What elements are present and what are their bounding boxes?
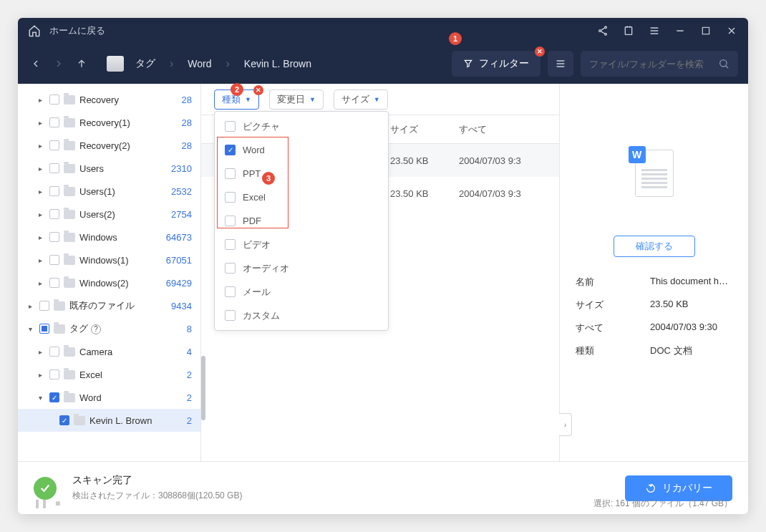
col-date-header[interactable]: すべて [459,123,559,136]
filter-label: フィルター [479,57,529,70]
folder-icon [64,256,75,265]
home-icon[interactable] [28,24,41,37]
share-icon[interactable] [596,24,609,37]
folder-icon [74,416,85,425]
selection-info: 選択: 161 個のファイル（1.47 GB） [593,498,732,510]
home-label[interactable]: ホームに戻る [49,24,105,37]
svg-rect-4 [702,27,709,34]
tree-row[interactable]: ▸既存のファイル9434 [18,294,200,317]
type-option-audio[interactable]: オーディオ [215,256,388,280]
tree-row[interactable]: ▸Windows(1)67051 [18,248,200,271]
maximize-icon[interactable] [699,24,712,37]
close-icon[interactable] [725,24,738,37]
file-list-pane: 2 種類▼ ✕ 変更日▼ サイズ▼ ピクチャ ✓Word PPT Excel P… [201,84,559,461]
svg-point-1 [599,30,601,32]
folder-icon [54,301,65,311]
doc-preview-icon: W [635,150,674,197]
list-view-button[interactable] [548,51,573,77]
forward-button[interactable] [51,56,67,72]
details-pane: W 確認する 名前This document h… サイズ23.50 KB すべ… [559,84,748,461]
type-option-mail[interactable]: メール [215,280,388,304]
folder-icon [64,95,75,105]
folder-icon [64,233,75,242]
meta-name-val: This document h… [650,276,732,289]
expand-handle[interactable]: › [559,413,572,436]
search-icon[interactable] [718,58,729,69]
disk-icon [107,56,124,72]
folder-icon [64,393,75,402]
back-button[interactable] [28,56,44,72]
tree-row[interactable]: ▸Recovery(1)28 [18,111,200,134]
up-button[interactable] [74,56,89,72]
folder-icon [64,210,75,219]
scan-status-title: スキャン完了 [72,474,242,487]
annotation-badge-3: 3 [262,172,275,185]
chevron-right-icon: › [226,57,230,70]
folder-icon [64,164,75,173]
tree-row[interactable]: ▸Recovery28 [18,88,200,111]
annotation-badge-1: 1 [449,32,462,45]
type-option-word[interactable]: ✓Word [215,138,388,162]
folder-icon [64,370,75,379]
tree-row[interactable]: ▸Windows64673 [18,226,200,248]
col-size-header[interactable]: サイズ [390,123,459,136]
tree-row-kevin[interactable]: ✓Kevin L. Brown2 [18,409,200,432]
type-option-ppt[interactable]: PPT [215,162,388,185]
meta-type-key: 種類 [576,344,650,357]
meta-date-key: すべて [576,321,650,334]
stop-icon[interactable]: ■ [55,498,60,508]
scrollbar-handle[interactable] [201,356,205,420]
breadcrumb-tag[interactable]: タグ [135,57,155,70]
confirm-button[interactable]: 確認する [614,236,695,257]
chevron-right-icon: › [170,57,173,70]
sidebar[interactable]: ▸Recovery28 ▸Recovery(1)28 ▸Recovery(2)2… [18,84,201,461]
type-dropdown-popup: ピクチャ ✓Word PPT Excel PDF ビデオ オーディオ メール カ… [214,111,389,331]
breadcrumb-person[interactable]: Kevin L. Brown [244,58,311,69]
scan-status-detail: 検出されたファイル：308868個(120.50 GB) [72,490,242,502]
search-input-wrap[interactable] [581,51,738,77]
tree-row[interactable]: ▸Excel2 [18,363,200,386]
type-filter-dropdown[interactable]: 2 種類▼ ✕ [214,90,259,110]
type-option-picture[interactable]: ピクチャ [215,115,388,138]
tree-row[interactable]: ▸Users(1)2532 [18,180,200,203]
tree-row[interactable]: ▸Windows(2)69429 [18,271,200,294]
tree-row[interactable]: ▸Camera4 [18,340,200,363]
folder-icon [64,141,75,150]
meta-size-key: サイズ [576,299,650,311]
svg-point-2 [605,33,607,35]
type-option-excel[interactable]: Excel [215,185,388,209]
tree-row[interactable]: ▸Recovery(2)28 [18,134,200,157]
date-filter-dropdown[interactable]: 変更日▼ [269,90,324,110]
tree-row-word[interactable]: ▾✓Word2 [18,386,200,409]
meta-name-key: 名前 [576,276,650,289]
folder-icon [64,187,75,196]
folder-icon [64,347,75,357]
status-success-icon [34,477,57,500]
help-icon[interactable]: ? [91,324,101,334]
svg-rect-3 [625,27,631,35]
search-input[interactable] [589,59,718,69]
pin-icon[interactable] [622,24,635,37]
type-option-custom[interactable]: カスタム [215,304,388,327]
pause-icon[interactable]: ❚❚ [34,498,48,508]
svg-point-0 [605,26,607,29]
type-option-pdf[interactable]: PDF [215,209,388,233]
tree-row[interactable]: ▸Users(2)2754 [18,203,200,226]
close-badge-icon[interactable]: ✕ [253,85,263,95]
filter-button[interactable]: 1 フィルター ✕ [452,51,540,77]
tree-row[interactable]: ▸Users2310 [18,157,200,180]
breadcrumb-word[interactable]: Word [188,58,211,69]
annotation-badge-2: 2 [231,83,243,96]
funnel-icon [463,59,473,69]
minimize-icon[interactable] [674,24,687,37]
folder-icon [54,324,65,334]
meta-type-val: DOC 文档 [650,344,732,357]
size-filter-dropdown[interactable]: サイズ▼ [334,90,388,110]
type-option-video[interactable]: ビデオ [215,233,388,256]
menu-icon[interactable] [648,24,661,37]
close-badge-icon[interactable]: ✕ [535,47,545,57]
svg-point-5 [720,60,727,67]
folder-icon [64,279,75,288]
tree-row-tag[interactable]: ▾タグ?8 [18,317,200,340]
meta-date-val: 2004/07/03 9:30 [650,321,732,334]
